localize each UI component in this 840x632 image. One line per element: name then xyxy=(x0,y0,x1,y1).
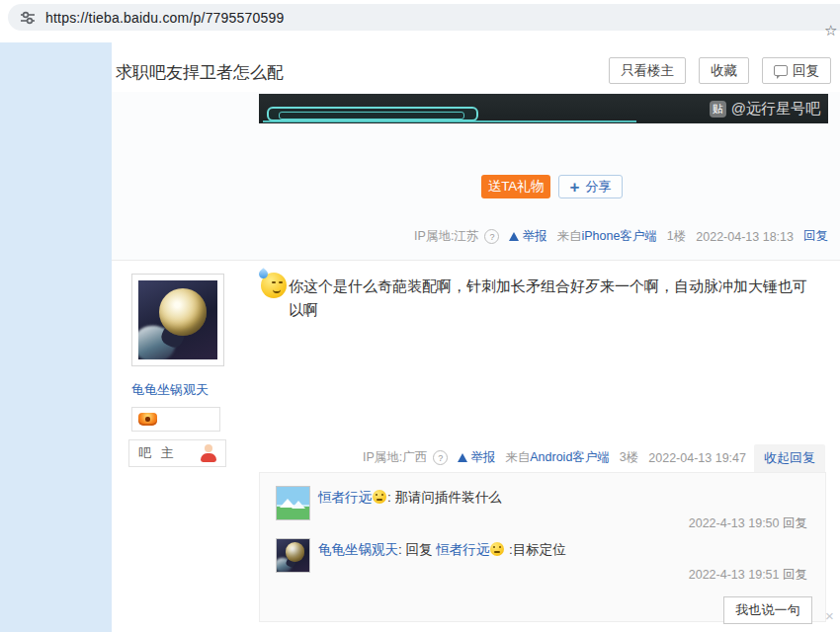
grin-emoji-icon xyxy=(490,542,504,556)
ip-location: IP属地:江苏 xyxy=(414,228,478,245)
site-settings-icon[interactable] xyxy=(20,10,36,26)
client-link[interactable]: iPhone客户端 xyxy=(581,229,656,243)
report-link[interactable]: 举报 xyxy=(458,449,495,466)
post-time: 2022-04-13 19:47 xyxy=(648,451,746,465)
reply1-meta: 2022-4-13 19:50 回复 xyxy=(689,515,807,532)
reply2-time: 2022-4-13 19:51 xyxy=(689,568,780,582)
moderator-person-icon xyxy=(201,444,216,462)
warning-triangle-icon xyxy=(509,232,519,241)
share-button[interactable]: + 分享 xyxy=(558,175,623,198)
reply2-target-username[interactable]: 恒者行远 xyxy=(436,542,489,557)
collapse-replies-tab[interactable]: 收起回复 xyxy=(754,444,825,472)
sweat-emoji-icon xyxy=(261,273,287,298)
reply2-username[interactable]: 龟龟坐锅观天 xyxy=(318,542,398,557)
reply-link[interactable]: 回复 xyxy=(803,228,828,245)
help-icon[interactable]: ? xyxy=(484,229,499,244)
client-source: 来自iPhone客户端 xyxy=(556,228,656,245)
robot-avatar-image-small xyxy=(277,539,309,572)
reply1-avatar[interactable] xyxy=(276,486,310,520)
tieba-thread-page: https://tieba.baidu.com/p/7795570599 ☆ 求… xyxy=(0,0,840,632)
report-link[interactable]: 举报 xyxy=(509,228,546,245)
sub-reply-container: 恒者行远: 那请问插件装什么 2022-4-13 19:50 回复 龟龟坐锅观天… xyxy=(259,472,826,622)
reply2-reply-link[interactable]: 回复 xyxy=(783,568,807,582)
level-badge-icon xyxy=(138,413,157,426)
moderator-badge-box: 吧 主 xyxy=(128,439,226,467)
reply2-avatar[interactable] xyxy=(276,538,310,573)
level-badge-box[interactable] xyxy=(131,407,220,432)
floor-number: 3楼 xyxy=(620,449,638,466)
url-text: https://tieba.baidu.com/p/7795570599 xyxy=(45,10,285,26)
author-avatar[interactable] xyxy=(131,274,224,366)
bookmark-star-icon[interactable]: ☆ xyxy=(824,22,837,40)
favorite-button[interactable]: 收藏 xyxy=(699,57,749,84)
post1-footer: IP属地:江苏 ? 举报 来自iPhone客户端 1楼 2022-04-13 1… xyxy=(414,228,828,245)
ip-location: IP属地:广西 xyxy=(363,449,427,466)
robot-avatar-image xyxy=(138,280,217,359)
post-time: 2022-04-13 18:13 xyxy=(696,230,794,244)
reply1-text: 恒者行远: 那请问插件装什么 xyxy=(318,489,502,507)
reply1-reply-link[interactable]: 回复 xyxy=(783,516,807,530)
grin-emoji-icon xyxy=(373,490,386,504)
share-plus-icon: + xyxy=(570,179,580,196)
reply1-time: 2022-4-13 19:50 xyxy=(689,516,780,530)
post1-image-bottom[interactable]: 贴 @远行星号吧 xyxy=(259,94,828,123)
add-comment-button[interactable]: 我也说一句 xyxy=(723,596,812,624)
game-ui-fragment-inner xyxy=(279,112,464,119)
floor-number: 1楼 xyxy=(667,228,686,245)
url-input[interactable]: https://tieba.baidu.com/p/7795570599 xyxy=(8,4,840,31)
close-icon[interactable]: × xyxy=(825,607,834,624)
client-link[interactable]: Android客户端 xyxy=(530,450,610,464)
watermark-text: @远行星号吧 xyxy=(731,100,820,118)
reply2-text: 龟龟坐锅观天: 回复 恒者行远 :目标定位 xyxy=(318,541,566,559)
image-watermark: 贴 @远行星号吧 xyxy=(710,100,820,118)
tieba-logo-icon: 贴 xyxy=(710,101,726,118)
thread-actions: 只看楼主 收藏 回复 xyxy=(609,57,831,84)
post2-content: 你这个是什么奇葩装配啊，针刺加长矛组合好歹来一个啊，自动脉冲加大锤也可以啊 xyxy=(261,275,820,322)
send-gift-button[interactable]: 送TA礼物 xyxy=(481,175,550,198)
page-left-margin xyxy=(0,42,112,632)
only-op-button[interactable]: 只看楼主 xyxy=(609,57,686,84)
post2-text: 你这个是什么奇葩装配啊，针刺加长矛组合好歹来一个啊，自动脉冲加大锤也可以啊 xyxy=(289,275,820,322)
reply-button[interactable]: 回复 xyxy=(762,57,831,84)
help-icon[interactable]: ? xyxy=(433,450,448,465)
moderator-label: 吧 主 xyxy=(138,444,177,462)
client-source: 来自Android客户端 xyxy=(505,449,610,466)
browser-address-bar: https://tieba.baidu.com/p/7795570599 ☆ xyxy=(0,0,840,43)
post2-footer: IP属地:广西 ? 举报 来自Android客户端 3楼 2022-04-13 … xyxy=(363,449,746,466)
game-ui-underline xyxy=(263,120,636,122)
speech-bubble-icon xyxy=(774,65,788,76)
thread-title: 求职吧友捍卫者怎么配 xyxy=(116,61,284,84)
author-username[interactable]: 龟龟坐锅观天 xyxy=(131,381,209,399)
reply2-meta: 2022-4-13 19:51 回复 xyxy=(689,567,807,584)
warning-triangle-icon xyxy=(458,453,467,462)
reply1-username[interactable]: 恒者行远 xyxy=(318,490,372,505)
